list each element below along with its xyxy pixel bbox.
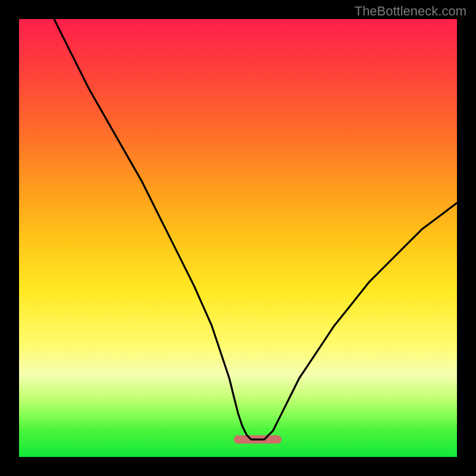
- curve-plot: [19, 19, 457, 457]
- chart-frame: TheBottleneck.com: [0, 0, 476, 476]
- bottleneck-curve: [54, 19, 457, 440]
- attribution-label: TheBottleneck.com: [355, 4, 466, 19]
